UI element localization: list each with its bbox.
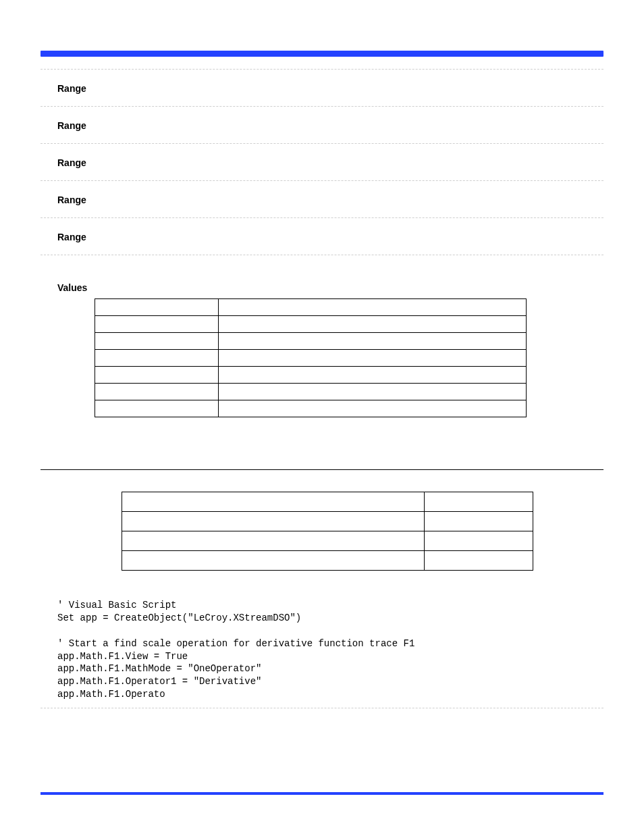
table-cell bbox=[424, 531, 533, 551]
param-block: Range bbox=[41, 120, 603, 143]
separator bbox=[41, 69, 603, 70]
table-row bbox=[95, 299, 527, 316]
param-desc bbox=[57, 245, 603, 255]
header-row bbox=[41, 57, 603, 69]
table-row bbox=[95, 350, 527, 367]
param-title: Range bbox=[57, 83, 603, 95]
table-cell bbox=[122, 531, 425, 551]
table-row bbox=[95, 400, 527, 417]
param-block: Range bbox=[41, 232, 603, 255]
header-bar bbox=[41, 51, 603, 57]
table-cell bbox=[219, 299, 527, 316]
table-cell bbox=[122, 512, 425, 531]
param-title: Range bbox=[57, 157, 603, 170]
section-path bbox=[41, 474, 603, 484]
separator bbox=[41, 180, 603, 181]
table-cell bbox=[122, 551, 425, 571]
table-row bbox=[95, 384, 527, 400]
param-title: Range bbox=[57, 120, 603, 132]
table-row bbox=[122, 531, 533, 551]
table-cell bbox=[122, 492, 425, 512]
table-cell bbox=[219, 350, 527, 367]
table-cell bbox=[424, 492, 533, 512]
param-title: Range bbox=[57, 194, 603, 207]
separator bbox=[41, 708, 603, 708]
attribute-table bbox=[122, 492, 533, 571]
table-cell bbox=[424, 512, 533, 531]
param-title: Range bbox=[57, 232, 603, 244]
table-row bbox=[95, 333, 527, 350]
table-cell bbox=[219, 316, 527, 333]
table-row bbox=[122, 551, 533, 571]
table-cell bbox=[95, 333, 219, 350]
table-row bbox=[122, 512, 533, 531]
separator bbox=[41, 255, 603, 255]
table-cell bbox=[219, 384, 527, 400]
values-table bbox=[95, 298, 527, 417]
table-cell bbox=[95, 384, 219, 400]
table-row bbox=[122, 492, 533, 512]
separator bbox=[41, 106, 603, 107]
param-desc bbox=[57, 208, 603, 217]
code-block: ' Visual Basic Script Set app = CreateOb… bbox=[57, 599, 603, 701]
page: Range Range Range Range Range Values bbox=[0, 0, 644, 834]
param-block: Range bbox=[41, 194, 603, 217]
separator bbox=[41, 143, 603, 144]
table-cell bbox=[219, 333, 527, 350]
table-cell bbox=[424, 551, 533, 571]
param-desc bbox=[57, 97, 603, 106]
section-header bbox=[41, 454, 603, 470]
param-desc bbox=[57, 171, 603, 180]
table-row bbox=[95, 316, 527, 333]
footer-bar bbox=[41, 792, 603, 795]
example-label bbox=[57, 584, 603, 595]
table-cell bbox=[95, 299, 219, 316]
table-row bbox=[95, 367, 527, 384]
param-desc bbox=[57, 134, 603, 143]
values-label: Values bbox=[57, 282, 603, 293]
table-cell bbox=[219, 367, 527, 384]
separator bbox=[41, 217, 603, 218]
table-cell bbox=[95, 367, 219, 384]
table-cell bbox=[95, 350, 219, 367]
param-block: Range bbox=[41, 157, 603, 180]
table-cell bbox=[95, 400, 219, 417]
param-block: Range bbox=[41, 83, 603, 106]
table-cell bbox=[95, 316, 219, 333]
table-cell bbox=[219, 400, 527, 417]
